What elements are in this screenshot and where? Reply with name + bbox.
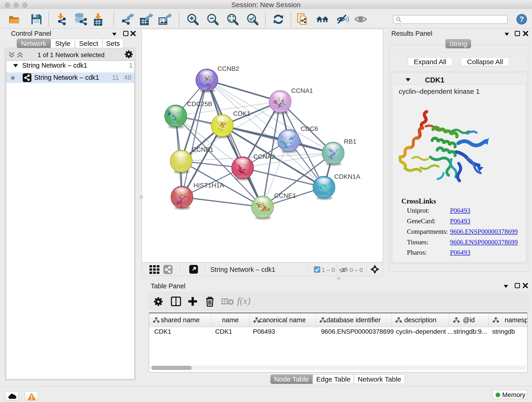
- svg-text:?: ?: [519, 15, 524, 23]
- svg-text:CDK1: CDK1: [233, 110, 250, 117]
- svg-text:CCNB2: CCNB2: [217, 65, 239, 72]
- svg-text:RB1: RB1: [344, 138, 356, 145]
- svg-text:CDC25B: CDC25B: [187, 100, 212, 108]
- svg-text:CCNB1: CCNB1: [192, 146, 214, 153]
- svg-text:CCNA1: CCNA1: [291, 87, 313, 94]
- svg-text:CDC6: CDC6: [301, 125, 318, 132]
- svg-text:CCNA2: CCNA2: [253, 153, 275, 160]
- svg-text:CDKN1A: CDKN1A: [334, 173, 360, 180]
- svg-text:CCNE1: CCNE1: [274, 192, 296, 199]
- svg-text:HIST1H1A: HIST1H1A: [193, 182, 224, 189]
